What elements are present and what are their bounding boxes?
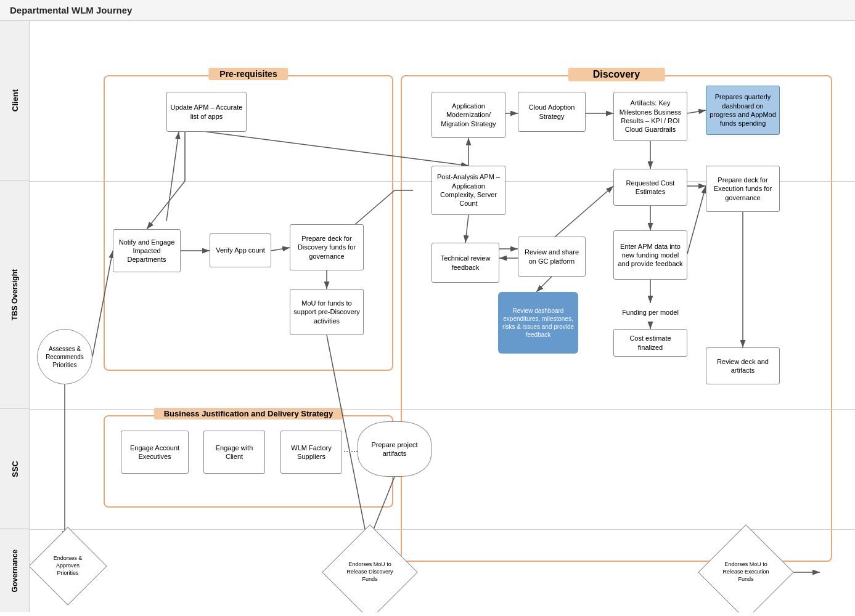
- app-mod-box: Application Modernization/ Migration Str…: [432, 92, 505, 138]
- endorses-mou-exec-text: Endorses MoU to Release Execution Funds: [712, 538, 780, 606]
- endorses-approves-container: Endorses & Approves Priorities: [40, 538, 96, 594]
- review-share-gc-box: Review and share on GC platform: [518, 237, 586, 277]
- engage-account-box: Engage Account Executives: [121, 431, 189, 474]
- title-bar: Departmental WLM Journey: [0, 0, 855, 21]
- endorses-mou-disc-container: Endorses MoU to Release Discovery Funds: [336, 538, 404, 606]
- section-prereq-label: Pre-requisites: [208, 68, 288, 80]
- page-title: Departmental WLM Journey: [10, 5, 132, 15]
- engage-client-box: Engage with Client: [203, 431, 265, 474]
- endorses-mou-exec-container: Endorses MoU to Release Execution Funds: [712, 538, 780, 606]
- funding-per-model-box: Funding per model: [613, 303, 687, 322]
- cloud-adoption-box: Cloud Adoption Strategy: [518, 92, 586, 132]
- review-dashboard-box: Review dashboard expenditures, milestone…: [498, 292, 578, 354]
- mou-funds-box: MoU for funds to support pre-Discovery a…: [290, 289, 364, 335]
- endorses-approves-text: Endorses & Approves Priorities: [40, 538, 96, 594]
- assesses-recommends-box: Assesses & Recommends Priorities: [37, 329, 92, 384]
- lane-label-client: Client: [0, 21, 30, 181]
- prepare-artifacts-box: Prepare project artifacts: [358, 421, 432, 477]
- cost-estimate-box: Cost estimate finalized: [613, 329, 687, 357]
- post-analysis-box: Post-Analysis APM – Application Complexi…: [432, 166, 505, 215]
- wlm-factory-box: WLM Factory Suppliers: [280, 431, 342, 474]
- prepare-deck-prereq-box: Prepare deck for Discovery funds for gov…: [290, 224, 364, 270]
- endorses-mou-disc-text: Endorses MoU to Release Discovery Funds: [336, 538, 404, 606]
- review-deck-box: Review deck and artifacts: [706, 347, 780, 384]
- main-container: Client TBS Oversight SSC Governance Pre-…: [0, 21, 855, 612]
- enter-apm-box: Enter APM data into new funding model an…: [613, 230, 687, 280]
- update-apm-box: Update APM – Accurate list of apps: [166, 92, 247, 132]
- lane-label-governance: Governance: [0, 529, 30, 612]
- verify-app-box: Verify App count: [210, 233, 271, 267]
- prepares-quarterly-box: Prepares quarterly dashboard on progress…: [706, 86, 780, 135]
- requested-cost-box: Requested Cost Estimates: [613, 169, 687, 206]
- lane-label-tbs: TBS Oversight: [0, 181, 30, 409]
- prepare-deck-exec-box: Prepare deck for Execution funds for gov…: [706, 166, 780, 212]
- lane-label-ssc: SSC: [0, 409, 30, 529]
- notify-engage-box: Notify and Engage Impacted Departments: [113, 229, 181, 272]
- section-discovery-label: Discovery: [568, 68, 665, 81]
- technical-review-box: Technical review feedback: [432, 243, 499, 283]
- artifacts-key-box: Artifacts: Key Milestones Business Resul…: [613, 92, 687, 141]
